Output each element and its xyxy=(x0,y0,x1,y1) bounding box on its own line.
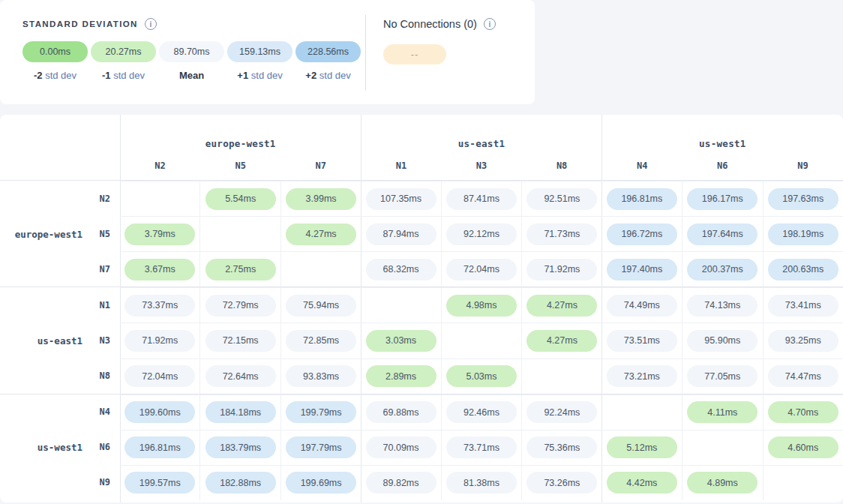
latency-cell: 2.89ms xyxy=(361,359,440,394)
latency-pill: 73.37ms xyxy=(124,295,195,316)
latency-pill: 199.57ms xyxy=(124,472,195,494)
latency-cell: 71.73ms xyxy=(521,217,602,251)
latency-pill: 183.79ms xyxy=(206,436,276,458)
latency-pill: 182.88ms xyxy=(206,472,276,494)
latency-cell: 4.27ms xyxy=(280,217,361,251)
latency-cell: 5.54ms xyxy=(200,182,280,216)
latency-pill: 4.42ms xyxy=(607,472,677,494)
latency-pill: 95.90ms xyxy=(687,330,758,352)
latency-cell: 4.11ms xyxy=(682,395,762,430)
table-row: N53.79ms4.27ms87.94ms92.12ms71.73ms196.7… xyxy=(0,216,843,251)
latency-pill: 74.13ms xyxy=(687,295,758,316)
table-row: N25.54ms3.99ms107.35ms87.41ms92.51ms196.… xyxy=(0,181,843,216)
latency-cell: 70.09ms xyxy=(361,430,440,465)
latency-cell: 200.63ms xyxy=(763,252,843,286)
latency-cell: 73.41ms xyxy=(763,288,843,322)
legend-divider xyxy=(365,15,366,91)
column-node-label: N4 xyxy=(602,160,682,171)
legend-card: STANDARD DEVIATION i 0.00ms 20.27ms 89.7… xyxy=(0,0,535,104)
latency-pill: 3.03ms xyxy=(366,330,436,352)
latency-pill: 75.94ms xyxy=(286,295,356,316)
latency-cell: 72.04ms xyxy=(120,359,200,394)
latency-cell: 92.24ms xyxy=(521,395,602,430)
latency-cell: 73.26ms xyxy=(521,466,602,500)
std-dev-label-mean: Mean xyxy=(159,70,224,81)
latency-pill: 73.21ms xyxy=(607,365,677,387)
latency-cell: 107.35ms xyxy=(361,182,440,216)
latency-cell: 71.92ms xyxy=(521,252,602,286)
latency-cell: 196.72ms xyxy=(602,217,682,251)
table-row: N371.92ms72.15ms72.85ms3.03ms4.27ms73.51… xyxy=(0,322,843,358)
latency-cell: 95.90ms xyxy=(682,323,762,358)
latency-pill: 197.40ms xyxy=(607,259,677,280)
latency-cell: 71.92ms xyxy=(120,323,200,358)
latency-cell: 68.32ms xyxy=(361,252,440,286)
latency-cell: 199.60ms xyxy=(120,395,200,430)
std-dev-label-minus1: -1 std dev xyxy=(91,70,156,81)
latency-cell: 75.94ms xyxy=(280,288,361,322)
latency-cell: 4.70ms xyxy=(763,395,843,430)
latency-pill: 4.27ms xyxy=(286,224,356,245)
latency-pill: 87.41ms xyxy=(446,188,517,210)
latency-pill: 74.47ms xyxy=(768,365,838,387)
row-group-europe-west1: europe-west1N25.54ms3.99ms107.35ms87.41m… xyxy=(0,180,843,286)
latency-pill: 92.46ms xyxy=(446,401,517,423)
latency-pill: 107.35ms xyxy=(366,188,436,210)
latency-pill: 92.24ms xyxy=(526,401,597,423)
latency-pill: 199.79ms xyxy=(286,401,356,423)
row-region-label: us-east1 xyxy=(0,334,120,346)
latency-pill: 5.54ms xyxy=(206,188,276,210)
latency-pill: 73.71ms xyxy=(446,436,517,458)
latency-cell: 197.64ms xyxy=(682,217,762,251)
table-row: N73.67ms2.75ms68.32ms72.04ms71.92ms197.4… xyxy=(0,251,843,286)
latency-pill: 81.38ms xyxy=(446,472,517,494)
latency-pill: 92.51ms xyxy=(526,188,597,210)
row-node-label: N1 xyxy=(0,287,120,322)
latency-cell: 4.60ms xyxy=(763,430,843,465)
latency-cell: 182.88ms xyxy=(200,466,280,500)
latency-pill: 196.72ms xyxy=(607,224,677,245)
column-region-label: europe-west1 xyxy=(120,115,361,151)
latency-cell: 196.17ms xyxy=(682,182,762,216)
std-dev-info-icon[interactable]: i xyxy=(145,18,157,30)
std-dev-pills: 0.00ms 20.27ms 89.70ms 159.13ms 228.56ms xyxy=(22,41,361,62)
latency-cell: 4.89ms xyxy=(682,466,762,500)
std-dev-pill-minus1: 20.27ms xyxy=(91,41,156,62)
latency-pill: 3.79ms xyxy=(124,224,195,245)
std-dev-pill-minus2: 0.00ms xyxy=(22,41,88,62)
column-group-europe-west1: europe-west1N2N5N7 xyxy=(120,115,361,180)
latency-cell: 3.03ms xyxy=(361,323,440,358)
column-group-us-west1: us-west1N4N6N9 xyxy=(602,115,843,180)
column-node-label: N8 xyxy=(522,160,602,171)
no-connections-section: No Connections (0) i -- xyxy=(383,16,496,64)
latency-pill: 200.37ms xyxy=(687,259,758,280)
latency-cell: 74.13ms xyxy=(682,288,762,322)
std-dev-pill-plus1: 159.13ms xyxy=(227,41,292,62)
latency-cell: 87.94ms xyxy=(361,217,440,251)
latency-pill: 196.17ms xyxy=(687,188,758,210)
latency-pill: 197.64ms xyxy=(687,224,758,245)
std-dev-legend: STANDARD DEVIATION i 0.00ms 20.27ms 89.7… xyxy=(22,16,361,81)
column-node-label: N6 xyxy=(682,160,763,171)
latency-cell: 197.63ms xyxy=(763,182,843,216)
latency-cell: 73.71ms xyxy=(441,430,521,465)
latency-pill: 72.15ms xyxy=(206,330,276,352)
no-connections-info-icon[interactable]: i xyxy=(484,18,496,30)
latency-pill: 72.79ms xyxy=(206,295,276,316)
row-node-label: N7 xyxy=(0,251,120,286)
std-dev-pill-mean: 89.70ms xyxy=(159,41,224,62)
latency-cell: 5.03ms xyxy=(441,359,521,394)
latency-cell: 73.51ms xyxy=(602,323,682,358)
latency-pill: 73.51ms xyxy=(607,330,677,352)
row-node-label: N2 xyxy=(0,181,120,216)
column-node-label: N3 xyxy=(441,160,521,171)
column-region-label: us-east1 xyxy=(361,115,602,151)
latency-pill: 4.70ms xyxy=(768,401,838,423)
no-connections-title: No Connections (0) xyxy=(383,18,477,30)
latency-pill: 2.89ms xyxy=(366,365,436,387)
column-node-label: N1 xyxy=(361,160,441,171)
row-group-us-west1: us-west1N4199.60ms184.18ms199.79ms69.88m… xyxy=(0,394,843,500)
latency-pill: 72.85ms xyxy=(286,330,356,352)
latency-pill: 197.63ms xyxy=(768,188,838,210)
latency-pill: 5.03ms xyxy=(446,365,517,387)
